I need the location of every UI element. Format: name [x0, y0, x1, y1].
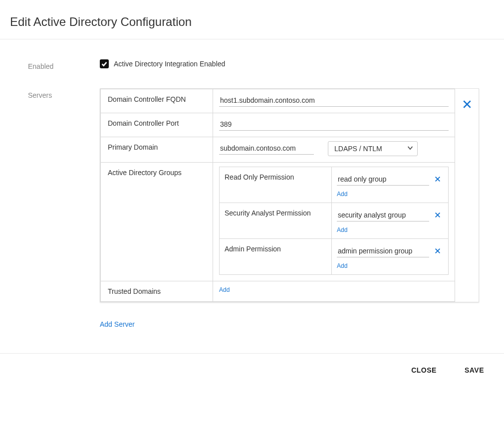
primary-domain-input[interactable] — [219, 141, 314, 155]
add-read-only-group-link[interactable]: Add — [337, 191, 347, 198]
admin-perm-label: Admin Permission — [220, 239, 332, 275]
save-button[interactable]: SAVE — [462, 366, 487, 375]
analyst-group-input[interactable] — [337, 208, 429, 221]
groups-table: Read Only Permission — [219, 167, 449, 275]
groups-label: Active Directory Groups — [101, 163, 213, 281]
close-button[interactable]: CLOSE — [408, 366, 440, 375]
auth-method-select[interactable]: LDAPS / NTLM — [328, 141, 418, 156]
close-icon — [434, 212, 441, 218]
remove-analyst-group-button[interactable] — [432, 210, 443, 220]
trusted-domains-label: Trusted Domains — [101, 281, 213, 302]
page-title: Edit Active Directory Configuration — [0, 0, 504, 39]
read-only-perm-label: Read Only Permission — [220, 167, 332, 203]
remove-admin-group-button[interactable] — [432, 245, 443, 256]
enabled-label: Enabled — [0, 59, 100, 70]
enabled-checkbox[interactable] — [100, 59, 109, 68]
remove-server-button[interactable] — [455, 89, 479, 109]
server-card: Domain Controller FQDN Domain Controller… — [100, 88, 479, 302]
server-form-table: Domain Controller FQDN Domain Controller… — [100, 89, 455, 302]
close-icon — [434, 176, 441, 183]
fqdn-input[interactable] — [219, 93, 449, 107]
close-icon — [463, 100, 472, 109]
check-icon — [101, 60, 108, 67]
port-label: Domain Controller Port — [101, 113, 213, 137]
servers-label: Servers — [0, 88, 100, 99]
read-only-group-input[interactable] — [337, 172, 429, 186]
add-analyst-group-link[interactable]: Add — [337, 226, 347, 233]
add-trusted-domain-link[interactable]: Add — [219, 286, 230, 293]
add-admin-group-link[interactable]: Add — [337, 262, 347, 269]
fqdn-label: Domain Controller FQDN — [101, 89, 213, 113]
add-server-link[interactable]: Add Server — [100, 302, 135, 328]
admin-group-input[interactable] — [337, 244, 429, 257]
close-icon — [434, 247, 441, 254]
analyst-perm-label: Security Analyst Permission — [220, 203, 332, 239]
enabled-checkbox-label: Active Directory Integration Enabled — [114, 60, 225, 68]
primary-domain-label: Primary Domain — [101, 137, 213, 163]
remove-read-only-group-button[interactable] — [432, 174, 443, 185]
port-input[interactable] — [219, 117, 449, 131]
